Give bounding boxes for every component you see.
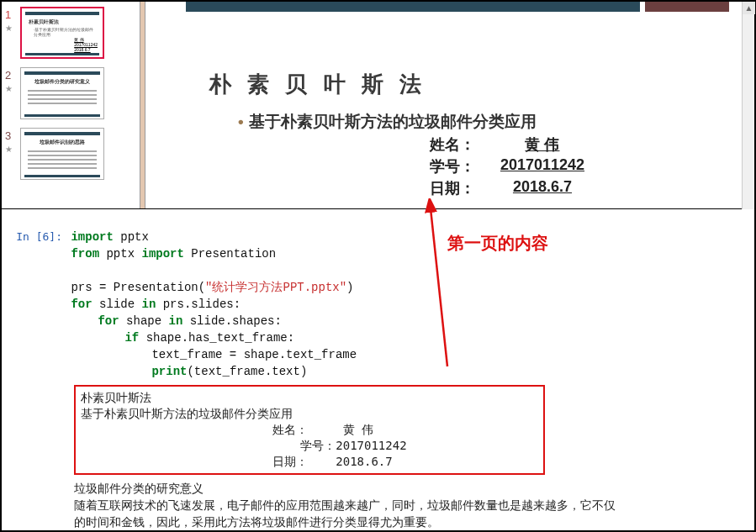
date-value: 2018.6.7 (475, 178, 610, 198)
id-value: 2017011242 (475, 156, 610, 176)
slide-thumb-3[interactable]: 垃圾邮件识别的思路 (20, 128, 104, 180)
input-prompt: In [6]: (7, 220, 62, 243)
ppt-window: 1★ 朴素贝叶斯法 ·基于朴素贝叶斯方法的垃圾邮件分类应用 黄 伟2017011… (2, 2, 754, 209)
thumb3-title: 垃圾邮件识别的思路 (28, 139, 97, 146)
slide-info-table: 姓名： 黄 伟 学号： 2017011242 日期： 2018.6.7 (399, 134, 610, 200)
name-value: 黄 伟 (475, 134, 610, 155)
scroll-up-icon[interactable]: ▲ (743, 2, 755, 14)
slide-thumb-2[interactable]: 垃圾邮件分类的研究意义 (20, 67, 104, 119)
date-label: 日期： (399, 178, 475, 198)
thumb2-title: 垃圾邮件分类的研究意义 (28, 78, 97, 86)
out-line-5: 日期： 2018.6.7 (81, 454, 538, 470)
slide-subtitle: •基于朴素贝叶斯方法的垃圾邮件分类应用 (238, 111, 537, 133)
output-highlight-box: 朴素贝叶斯法 基于朴素贝叶斯方法的垃圾邮件分类应用 姓名： 黄 伟 学号：201… (74, 385, 545, 475)
panel-divider[interactable] (140, 2, 145, 208)
id-label: 学号： (399, 156, 475, 176)
slide-thumb-1[interactable]: 朴素贝叶斯法 ·基于朴素贝叶斯方法的垃圾邮件分类应用 黄 伟2017011242… (20, 7, 104, 59)
out-line-3: 姓名： 黄 伟 (81, 422, 538, 438)
slide-thumbnail-panel: 1★ 朴素贝叶斯法 ·基于朴素贝叶斯方法的垃圾邮件分类应用 黄 伟2017011… (2, 2, 140, 208)
figure-frame: 1★ 朴素贝叶斯法 ·基于朴素贝叶斯方法的垃圾邮件分类应用 黄 伟2017011… (0, 0, 756, 532)
code-block[interactable]: import pptx from pptx import Presentatio… (71, 220, 735, 385)
output-rest: 垃圾邮件分类的研究意义 随着互联网技术的飞速发展，电子邮件的应用范围越来越广，同… (74, 477, 749, 532)
out-line-4: 学号：2017011242 (81, 438, 538, 454)
vertical-scrollbar[interactable]: ▲ (742, 2, 754, 209)
out-line-2: 基于朴素贝叶斯方法的垃圾邮件分类应用 (81, 406, 538, 422)
thumb-number-3: 3★ (5, 128, 20, 180)
slide-editor-area[interactable]: 朴 素 贝 叶 斯 法 •基于朴素贝叶斯方法的垃圾邮件分类应用 姓名： 黄 伟 … (145, 2, 754, 208)
slide-title: 朴 素 贝 叶 斯 法 (209, 70, 426, 99)
thumb-number-1: 1★ (5, 7, 20, 59)
thumb-number-2: 2★ (5, 67, 20, 119)
slide-accent-bar-2 (645, 2, 729, 12)
thumb1-sub: ·基于朴素贝叶斯方法的垃圾邮件分类应用 (34, 27, 96, 37)
name-label: 姓名： (399, 134, 475, 155)
slide-canvas: 朴 素 贝 叶 斯 法 •基于朴素贝叶斯方法的垃圾邮件分类应用 姓名： 黄 伟 … (172, 2, 754, 208)
thumb1-title: 朴素贝叶斯法 (29, 18, 96, 26)
bullet-icon: • (238, 113, 244, 130)
out-line-1: 朴素贝叶斯法 (81, 390, 538, 406)
slide-accent-bar-1 (186, 2, 640, 12)
jupyter-cell: In [6]: import pptx from pptx import Pre… (7, 220, 749, 532)
